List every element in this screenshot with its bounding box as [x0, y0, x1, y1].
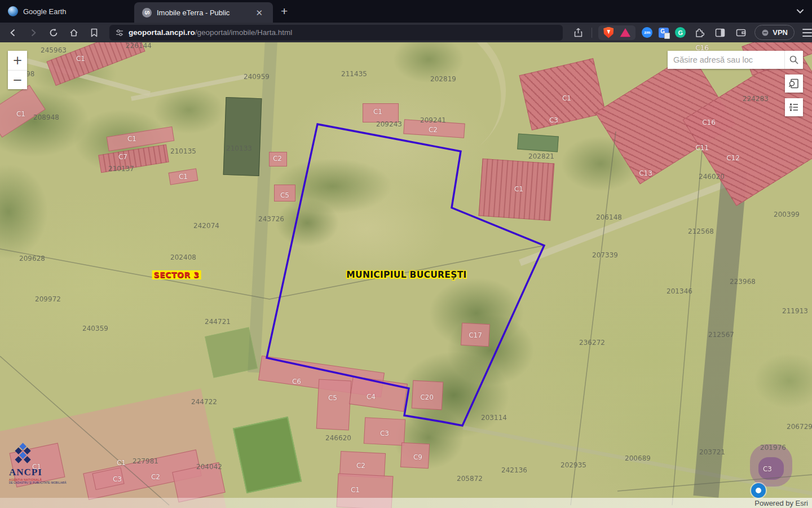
- wallet-icon[interactable]: [734, 25, 748, 40]
- grammarly-extension-icon[interactable]: G: [675, 27, 686, 38]
- parcel-number-label: 201346: [667, 287, 692, 295]
- tab-bar: Google Earth Imobile eTerra - Public ✕ +: [0, 0, 812, 23]
- ancpi-line2: DE CADASTRU ȘI PUBLICITATE IMOBILIARĂ: [9, 481, 71, 484]
- brave-shields-group: [598, 25, 636, 40]
- parcel-number-label: 205872: [457, 475, 483, 483]
- parcel-number-label: 246620: [325, 434, 351, 442]
- ancpi-title: ANCPI: [9, 467, 71, 478]
- building-code-label: C3: [113, 475, 122, 483]
- parcel-number-label: 242136: [501, 466, 527, 474]
- parcel-number-label: 245963: [41, 46, 67, 54]
- extensions-puzzle-icon[interactable]: [692, 25, 707, 40]
- parcel-number-label: 200689: [625, 454, 651, 462]
- parcel-number-label: 210133: [226, 144, 252, 152]
- tab-title: Google Earth: [23, 7, 126, 16]
- parcel-number-label: 208948: [33, 113, 59, 121]
- tab-list-chevron-icon[interactable]: [796, 7, 804, 15]
- parcel-number-label: 202408: [170, 253, 196, 261]
- parcel-number-label: 240359: [82, 325, 108, 332]
- reload-button[interactable]: [46, 25, 61, 40]
- building-code-label: C3: [763, 465, 772, 473]
- parcel-number-label: 201976: [760, 444, 786, 452]
- forward-button[interactable]: [26, 25, 41, 40]
- parcel-number-label: 202819: [430, 75, 456, 83]
- close-tab-icon[interactable]: ✕: [253, 7, 265, 18]
- home-button[interactable]: [67, 25, 81, 40]
- parcel-number-label: 202935: [561, 461, 586, 469]
- back-button[interactable]: [6, 25, 20, 40]
- building: [223, 97, 262, 176]
- building-code-label: C16: [702, 119, 716, 126]
- parcel-number-label: 211435: [341, 70, 367, 78]
- parcel-number-label: 212568: [688, 227, 714, 235]
- legend-button[interactable]: [785, 98, 803, 116]
- zoom-out-button[interactable]: −: [8, 70, 27, 89]
- building-code-label: C11: [695, 144, 709, 152]
- building-code-label: C4: [367, 393, 376, 401]
- parcel-number-label: 243726: [258, 215, 284, 223]
- url-bar[interactable]: geoportal.ancpi.ro/geoportal/imobile/Har…: [109, 25, 563, 41]
- building-code-label: C1: [179, 173, 188, 181]
- building-code-label: C5: [280, 191, 289, 199]
- identify-tool-button[interactable]: [785, 75, 803, 93]
- legend-list-icon: [789, 102, 799, 112]
- google-earth-favicon: [8, 6, 18, 16]
- zoom-extension-icon[interactable]: zm: [642, 27, 652, 38]
- menu-icon[interactable]: [802, 29, 812, 37]
- building-code-label: C7: [118, 153, 127, 161]
- bookmarks-button[interactable]: [87, 25, 102, 40]
- share-icon[interactable]: [571, 25, 585, 40]
- building-code-label: C1: [76, 55, 85, 63]
- parcel-number-label: 209972: [35, 295, 61, 303]
- eterra-favicon: [142, 8, 152, 17]
- parcel-number-label: 203114: [481, 414, 507, 422]
- brave-rewards-icon[interactable]: [620, 28, 630, 37]
- building: [517, 134, 559, 152]
- building-code-label: C12: [726, 154, 740, 162]
- building-code-label: C1: [351, 486, 360, 494]
- parcel-number-label: 224283: [743, 95, 769, 103]
- search-box: [668, 51, 803, 69]
- map-viewport[interactable]: 2459632261444982409592114352028192092432…: [0, 42, 812, 508]
- building-code-label: C6: [292, 378, 301, 386]
- vpn-status-icon: [761, 29, 769, 37]
- vpn-button[interactable]: VPN: [754, 25, 795, 40]
- attribution-bar: Powered by Esri: [0, 498, 812, 508]
- url-path: /geoportal/imobile/Harta.html: [195, 28, 293, 37]
- tab-title: Imobile eTerra - Public: [157, 8, 248, 17]
- brave-shield-icon[interactable]: [603, 27, 614, 38]
- vpn-label: VPN: [773, 28, 788, 37]
- building-code-label: C1: [127, 135, 136, 143]
- new-tab-button[interactable]: +: [281, 5, 288, 18]
- building: [316, 379, 352, 431]
- parcel-number-label: 207339: [592, 251, 618, 259]
- building-code-label: C1: [562, 94, 571, 102]
- building-code-label: C2: [273, 155, 282, 163]
- search-input[interactable]: [668, 51, 784, 69]
- ancpi-logo: ANCPI AGENȚIA NAȚIONALĂ DE CADASTRU ȘI P…: [9, 442, 71, 484]
- building-code-label: C13: [639, 169, 652, 177]
- zoom-in-button[interactable]: +: [8, 51, 27, 70]
- search-button[interactable]: [784, 51, 803, 69]
- building-code-label: C1: [16, 110, 25, 118]
- toolbar-divider: [592, 28, 592, 38]
- parcel-number-label: 209241: [420, 116, 446, 124]
- attribution-text: Powered by Esri: [754, 499, 808, 507]
- building-code-label: C3: [549, 116, 558, 124]
- parcel-number-label: 209243: [376, 120, 402, 128]
- parcel-number-label: 246020: [699, 173, 725, 181]
- navigation-bar: geoportal.ancpi.ro/geoportal/imobile/Har…: [0, 23, 812, 42]
- tab-imobile-eterra[interactable]: Imobile eTerra - Public ✕: [134, 2, 273, 23]
- zoom-controls: + −: [8, 51, 27, 89]
- tab-google-earth[interactable]: Google Earth: [0, 0, 134, 23]
- parcel-number-label: 212567: [708, 331, 734, 339]
- building-code-label: C20: [420, 393, 434, 401]
- parcel-number-label: 244721: [205, 318, 231, 326]
- parcel-number-label: 211913: [782, 307, 808, 315]
- parcel-number-label: 227981: [133, 457, 158, 465]
- parcel-number-label: 200399: [774, 211, 800, 218]
- parcel-number-label: 204042: [196, 463, 222, 471]
- site-settings-icon[interactable]: [115, 28, 124, 37]
- sidebar-icon[interactable]: [713, 25, 727, 40]
- translate-extension-icon[interactable]: [659, 28, 669, 38]
